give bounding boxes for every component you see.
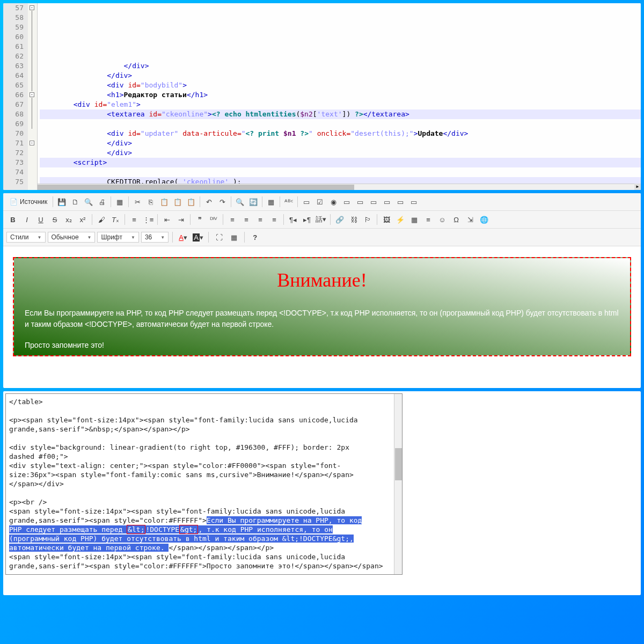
align-center-icon[interactable]: ≡ [240,213,253,226]
outdent-icon[interactable]: ⇤ [160,213,173,226]
table-icon[interactable]: ▦ [408,213,421,226]
language-icon[interactable]: 話▾ [314,213,327,226]
spellcheck-icon[interactable]: ᴬᴮᶜ [282,195,295,208]
bgcolor-icon[interactable]: A▾ [192,231,204,244]
pagebreak-icon[interactable]: ⇲ [464,213,477,226]
blockquote-icon[interactable]: ❞ [193,213,206,226]
textfield-icon[interactable]: ▭ [340,195,353,208]
bidi-rtl-icon[interactable]: ▸¶ [301,213,313,226]
align-justify-icon[interactable]: ≡ [268,213,281,226]
code-editor-panel: 57585960616263646566676869707172737475 -… [3,3,641,190]
new-page-icon[interactable]: 🗋 [69,195,82,208]
templates-icon[interactable]: ▦ [113,195,126,208]
line-number-gutter: 57585960616263646566676869707172737475 [3,3,28,190]
iframe-icon[interactable]: 🌐 [478,213,491,226]
bidi-ltr-icon[interactable]: ¶◂ [287,213,299,226]
fold-toggle-icon[interactable]: - [30,5,34,10]
attention-body-text: Если Вы программируете на PHP, то код PH… [25,308,619,330]
textarea-icon[interactable]: ▭ [354,195,367,208]
ckeditor-panel: 📄 Источник 💾 🗋 🔍 🖨 ▦ ✂ ⎘ 📋 📋 📋 ↶ ↷ 🔍 🔄 ▦… [3,193,641,388]
redo-icon[interactable]: ↷ [216,195,229,208]
save-icon[interactable]: 💾 [55,195,68,208]
subscript-icon[interactable]: x₂ [62,213,75,226]
align-right-icon[interactable]: ≡ [254,213,267,226]
styles-combo[interactable]: Стили▼ [6,232,46,243]
unlink-icon[interactable]: ⛓ [347,213,360,226]
attention-box: Внимание! Если Вы программируете на PHP,… [13,257,631,356]
copy-icon[interactable]: ⎘ [144,195,157,208]
horizontal-scrollbar[interactable]: ▶ [38,184,641,190]
link-icon[interactable]: 🔗 [333,213,346,226]
maximize-icon[interactable]: ⛶ [213,231,225,244]
textcolor-icon[interactable]: A▾ [177,231,189,244]
preview-icon[interactable]: 🔍 [82,195,95,208]
strike-icon[interactable]: S [48,213,61,226]
about-icon[interactable]: ? [248,231,261,244]
ckeditor-toolbar-row3: Стили▼ Обычное▼ Шрифт▼ 36▼ A▾ A▾ ⛶ ▦ ? [3,229,641,246]
bulletedlist-icon[interactable]: ⋮≡ [142,213,155,226]
select-icon[interactable]: ▭ [367,195,380,208]
source-button[interactable]: 📄 Источник [6,197,50,207]
format-combo[interactable]: Обычное▼ [48,232,96,243]
creatediv-icon[interactable]: ᴰᴵⱽ [207,213,220,226]
underline-icon[interactable]: U [34,213,47,226]
superscript-icon[interactable]: x² [76,213,89,226]
anchor-icon[interactable]: 🏳 [361,213,374,226]
flash-icon[interactable]: ⚡ [394,213,407,226]
scrollbar-thumb[interactable] [395,448,402,480]
scroll-right-icon[interactable]: ▶ [634,184,641,190]
showblocks-icon[interactable]: ▦ [228,231,240,244]
attention-heading: Внимание! [25,269,619,291]
find-icon[interactable]: 🔍 [233,195,246,208]
source-panel: </table> <p><span style="font-size:14px"… [3,391,641,595]
specialchar-icon[interactable]: Ω [450,213,463,226]
font-combo[interactable]: Шрифт▼ [97,232,138,243]
smiley-icon[interactable]: ☺ [436,213,449,226]
copyformat-icon[interactable]: Tₓ [109,213,122,226]
bold-icon[interactable]: B [6,213,19,226]
checkbox-icon[interactable]: ☑ [313,195,326,208]
vertical-scrollbar[interactable] [394,394,402,574]
code-content[interactable]: </div> </div> <div id="bodybild"> <h1>Ре… [38,3,641,190]
fontsize-combo[interactable]: 36▼ [141,232,169,243]
paste-icon[interactable]: 📋 [158,195,171,208]
image-icon[interactable]: 🖼 [380,213,393,226]
ckeditor-toolbar-row2: B I U S x₂ x² 🖌 Tₓ ≡ ⋮≡ ⇤ ⇥ ❞ ᴰᴵⱽ ≡ ≡ ≡ … [3,211,641,229]
align-left-icon[interactable]: ≡ [226,213,239,226]
fold-column[interactable]: - - - [28,3,38,190]
paste-text-icon[interactable]: 📋 [171,195,184,208]
scrollbar-thumb[interactable] [38,185,354,190]
button-icon[interactable]: ▭ [380,195,393,208]
undo-icon[interactable]: ↶ [202,195,215,208]
replace-icon[interactable]: 🔄 [247,195,260,208]
radio-icon[interactable]: ◉ [327,195,340,208]
ckeditor-toolbar-row1: 📄 Источник 💾 🗋 🔍 🖨 ▦ ✂ ⎘ 📋 📋 📋 ↶ ↷ 🔍 🔄 ▦… [3,193,641,211]
fold-toggle-icon[interactable]: - [30,141,34,145]
background-image [394,391,641,595]
source-textarea[interactable]: </table> <p><span style="font-size:14px"… [5,393,402,575]
removeformat-icon[interactable]: 🖌 [95,213,108,226]
italic-icon[interactable]: I [20,213,33,226]
indent-icon[interactable]: ⇥ [174,213,187,226]
form-icon[interactable]: ▭ [300,195,313,208]
paste-word-icon[interactable]: 📋 [185,195,197,208]
hidden-icon[interactable]: ▭ [407,195,420,208]
cut-icon[interactable]: ✂ [131,195,144,208]
print-icon[interactable]: 🖨 [96,195,108,208]
fold-toggle-icon[interactable]: - [30,92,34,97]
numberedlist-icon[interactable]: ≡ [128,213,141,226]
imagebutton-icon[interactable]: ▭ [394,195,407,208]
selectall-icon[interactable]: ▦ [265,195,277,208]
ckeditor-content-area[interactable]: Внимание! Если Вы программируете на PHP,… [3,246,641,363]
attention-footer-text: Просто запомните это! [25,340,619,351]
hr-icon[interactable]: ≡ [422,213,435,226]
